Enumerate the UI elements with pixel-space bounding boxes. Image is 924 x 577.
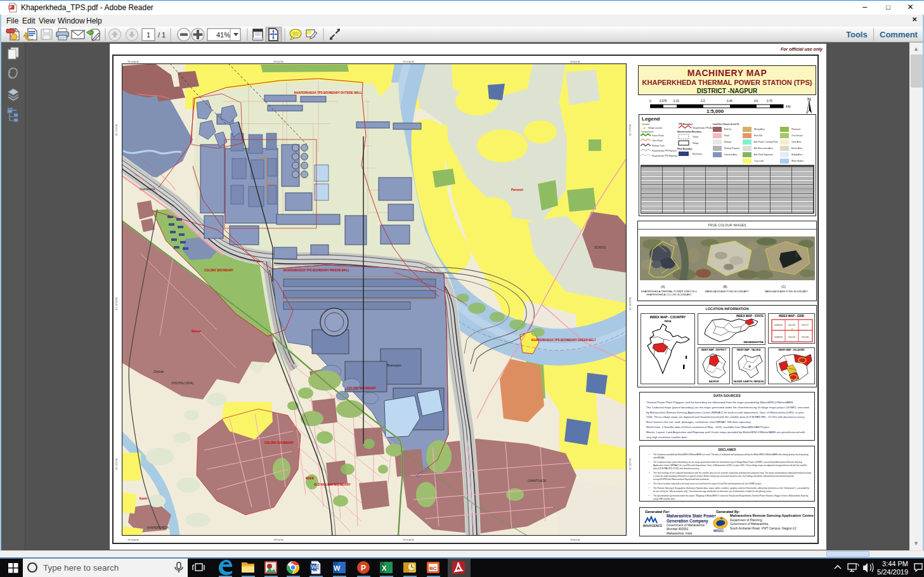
svg-text:Crop Land: Crop Land xyxy=(754,160,764,162)
svg-text:Machinery: Machinery xyxy=(693,153,702,155)
svg-text:Built Up: Built Up xyxy=(724,128,731,131)
svg-text:55H/16: 55H/16 xyxy=(774,335,783,339)
svg-text:MRSAC: MRSAC xyxy=(713,529,724,533)
svg-text:Chichali: Chichali xyxy=(153,370,164,373)
svg-text:Ash Pond Vegetation: Ash Pond Vegetation xyxy=(754,153,773,156)
svg-text:1: 1 xyxy=(146,31,150,39)
svg-text:Village: Village xyxy=(693,142,699,145)
svg-text:BC: BC xyxy=(429,566,437,571)
svg-text:55O/7: 55O/7 xyxy=(802,323,809,327)
svg-text:Kanhi: Kanhi xyxy=(140,497,148,500)
svg-text:KHAPERKHEDA TPS BOUNDARY PRISO: KHAPERKHEDA TPS BOUNDARY PRISON WALL xyxy=(283,269,350,272)
svg-text:OLD RAILWAY BOUNDARY: OLD RAILWAY BOUNDARY xyxy=(314,483,351,486)
svg-text:KHAPERKHEDA: KHAPERKHEDA xyxy=(147,526,169,529)
svg-text:Open Area: Open Area xyxy=(791,141,801,143)
svg-text:District Road: District Road xyxy=(652,134,663,137)
svg-text:Water Bodies: Water Bodies xyxy=(791,160,804,162)
svg-text:Other Road: Other Road xyxy=(652,139,663,142)
svg-text:COLONY BOUNDARY: COLONY BOUNDARY xyxy=(264,441,294,444)
svg-text:Barren Area: Barren Area xyxy=(791,147,802,150)
svg-text:Railway Track: Railway Track xyxy=(652,145,665,147)
svg-text:P: P xyxy=(361,564,366,573)
svg-text:Railway: Railway xyxy=(724,141,732,143)
svg-text:Location: Location xyxy=(642,123,649,126)
svg-text:Taluka: Taluka xyxy=(693,136,698,138)
svg-text:COLONY BOUNDARY: COLONY BOUNDARY xyxy=(347,387,376,390)
svg-text:Village Location: Village Location xyxy=(648,127,663,129)
svg-text:MSEB: MSEB xyxy=(306,477,315,480)
svg-text:Mining Area: Mining Area xyxy=(754,128,765,131)
svg-text:W: W xyxy=(334,564,341,572)
svg-text:Brick Kiln: Brick Kiln xyxy=(754,134,763,137)
svg-text:COLONY BOUNDARY: COLONY BOUNDARY xyxy=(204,269,233,272)
svg-text:Ash Ponds / Cooling Pond: Ash Ponds / Cooling Pond xyxy=(754,141,778,143)
svg-text:Saoner: Saoner xyxy=(192,330,202,333)
svg-text:55O/3: 55O/3 xyxy=(788,323,796,327)
svg-text:Ash Evacuation Area: Ash Evacuation Area xyxy=(754,147,773,150)
svg-text:Road: Road xyxy=(724,134,729,137)
svg-text:Land Use Classes (Level II): Land Use Classes (Level II) xyxy=(713,123,739,126)
svg-text:Tree Groups: Tree Groups xyxy=(791,134,803,137)
svg-text:Parseoni: Parseoni xyxy=(511,188,523,191)
svg-text:Transportation: Transportation xyxy=(641,131,654,133)
svg-text:Khaperkheda TPS Ropeway: Khaperkheda TPS Ropeway xyxy=(652,155,678,157)
svg-text:55O/4: 55O/4 xyxy=(788,335,796,339)
svg-text:TPS Boundary: TPS Boundary xyxy=(679,123,693,126)
svg-text:X: X xyxy=(382,564,387,572)
svg-text:W: W xyxy=(311,564,317,570)
svg-text:Industrial Area: Industrial Area xyxy=(724,153,738,156)
svg-text:Plant Boundary: Plant Boundary xyxy=(677,148,693,150)
svg-text:Chandkapur: Chandkapur xyxy=(140,188,155,191)
svg-text:41%: 41% xyxy=(216,31,230,39)
svg-text:Administrative Boundary: Administrative Boundary xyxy=(677,131,701,133)
svg-text:SCHOOL: SCHOOL xyxy=(594,246,607,249)
svg-text:GHANTGAON: GHANTGAON xyxy=(528,479,546,483)
svg-text:Khaperkheda TPS Flyovers: Khaperkheda TPS Flyovers xyxy=(652,150,677,152)
svg-text:MAHAGENCO: MAHAGENCO xyxy=(643,524,662,528)
svg-text:Muddy Area: Muddy Area xyxy=(791,153,802,156)
svg-text:55O/8: 55O/8 xyxy=(802,335,809,339)
svg-text:/ 1: / 1 xyxy=(158,31,166,39)
svg-text:5/24/2019: 5/24/2019 xyxy=(877,568,908,576)
svg-text:Bhanegaon: Bhanegaon xyxy=(387,364,402,367)
svg-text:CHICHOLI (KHA): CHICHOLI (KHA) xyxy=(171,382,194,385)
svg-text:KHAPERKHEDA TPS BOUNDARY OUTSI: KHAPERKHEDA TPS BOUNDARY OUTSIDE WALL xyxy=(294,91,362,94)
svg-text:Khaperkheda TPS Area: Khaperkheda TPS Area xyxy=(693,127,714,129)
svg-text:55H/15: 55H/15 xyxy=(774,323,783,327)
svg-text:Plantation: Plantation xyxy=(791,128,800,131)
svg-text:3:44 PM: 3:44 PM xyxy=(882,560,908,567)
svg-text:Type here to search: Type here to search xyxy=(43,563,119,573)
svg-text:Railway Property: Railway Property xyxy=(724,147,739,150)
svg-text:KHAPERKHEDA TPS BOUNDARY GREEN: KHAPERKHEDA TPS BOUNDARY GREEN BELT xyxy=(531,339,596,342)
svg-text:P: P xyxy=(10,5,13,10)
